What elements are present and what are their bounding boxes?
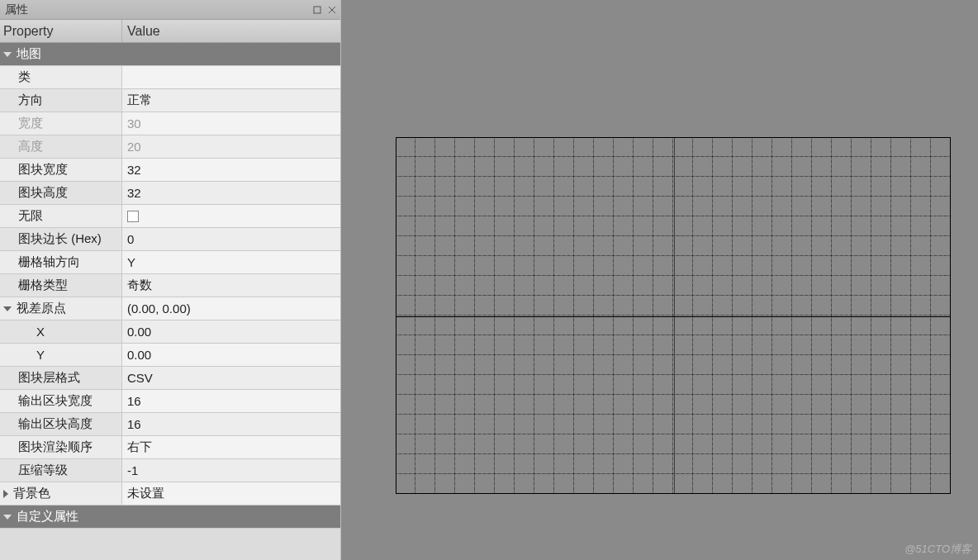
value-width: 30 <box>127 116 141 131</box>
checkbox-infinite[interactable] <box>127 211 139 222</box>
row-width: 宽度 30 <box>0 112 340 135</box>
row-parallax-origin[interactable]: 视差原点 (0.00, 0.00) <box>0 297 340 320</box>
panel-title: 属性 <box>5 2 28 17</box>
section-custom-label: 自定义属性 <box>17 509 78 524</box>
value-tile-width[interactable]: 32 <box>127 163 141 177</box>
label-tile-width: 图块宽度 <box>18 162 68 178</box>
row-layer-format[interactable]: 图块层格式 CSV <box>0 367 340 390</box>
panel-pop-out-icon[interactable] <box>312 5 322 15</box>
grid-dash-overlay <box>396 138 950 493</box>
value-chunk-height[interactable]: 16 <box>127 417 141 431</box>
label-bgcolor: 背景色 <box>13 486 50 501</box>
properties-panel: 属性 Property Value 地图 类 方向 <box>0 0 341 560</box>
properties-column-headers: Property Value <box>0 20 340 43</box>
section-map[interactable]: 地图 <box>0 43 340 66</box>
watermark: @51CTO博客 <box>904 542 971 557</box>
label-orientation: 方向 <box>18 93 43 108</box>
value-height: 20 <box>127 140 141 154</box>
value-compression[interactable]: -1 <box>127 463 138 477</box>
value-chunk-width[interactable]: 16 <box>127 394 141 408</box>
value-render-order[interactable]: 右下 <box>127 439 152 455</box>
row-stagger-axis[interactable]: 栅格轴方向 Y <box>0 251 340 274</box>
row-hex-side[interactable]: 图块边长 (Hex) 0 <box>0 228 340 251</box>
row-chunk-height[interactable]: 输出区块高度 16 <box>0 413 340 436</box>
label-parallax-origin: 视差原点 <box>17 301 66 316</box>
row-stagger-index[interactable]: 栅格类型 奇数 <box>0 274 340 297</box>
properties-rows: 地图 类 方向 正常 宽度 30 高度 20 图块宽度 32 图块高度 32 <box>0 43 340 560</box>
row-infinite[interactable]: 无限 <box>0 205 340 228</box>
value-bgcolor[interactable]: 未设置 <box>127 486 164 501</box>
label-chunk-height: 输出区块高度 <box>18 416 93 432</box>
label-height: 高度 <box>18 139 43 154</box>
label-layer-format: 图块层格式 <box>18 370 80 386</box>
value-stagger-index[interactable]: 奇数 <box>127 278 152 293</box>
value-parallax-x[interactable]: 0.00 <box>127 325 151 339</box>
row-chunk-width[interactable]: 输出区块宽度 16 <box>0 390 340 413</box>
section-map-label: 地图 <box>17 46 41 62</box>
svg-rect-0 <box>314 7 320 13</box>
row-parallax-y[interactable]: Y 0.00 <box>0 344 340 367</box>
label-infinite: 无限 <box>18 208 43 224</box>
label-stagger-axis: 栅格轴方向 <box>18 254 80 270</box>
tile-grid[interactable] <box>396 137 951 494</box>
row-orientation[interactable]: 方向 正常 <box>0 89 340 112</box>
value-hex-side[interactable]: 0 <box>127 232 134 246</box>
value-parallax-origin[interactable]: (0.00, 0.00) <box>127 301 191 316</box>
map-canvas[interactable]: @51CTO博客 <box>341 0 978 560</box>
label-tile-height: 图块高度 <box>18 185 68 201</box>
label-parallax-x: X <box>36 325 45 339</box>
value-layer-format[interactable]: CSV <box>127 371 153 385</box>
chevron-right-icon <box>3 490 8 498</box>
row-tile-height[interactable]: 图块高度 32 <box>0 182 340 205</box>
value-tile-height[interactable]: 32 <box>127 186 141 200</box>
label-render-order: 图块渲染顺序 <box>18 439 93 455</box>
panel-titlebar[interactable]: 属性 <box>0 0 340 20</box>
label-class: 类 <box>18 69 31 85</box>
row-compression[interactable]: 压缩等级 -1 <box>0 459 340 482</box>
label-width: 宽度 <box>18 116 43 131</box>
value-orientation[interactable]: 正常 <box>127 93 152 108</box>
section-custom[interactable]: 自定义属性 <box>0 505 340 529</box>
row-parallax-x[interactable]: X 0.00 <box>0 320 340 344</box>
panel-close-icon[interactable] <box>327 5 337 15</box>
chevron-down-icon <box>3 52 12 57</box>
label-chunk-width: 输出区块宽度 <box>18 393 93 409</box>
column-header-property[interactable]: Property <box>0 20 122 42</box>
column-header-value[interactable]: Value <box>122 24 340 39</box>
label-stagger-index: 栅格类型 <box>18 278 68 293</box>
label-parallax-y: Y <box>36 348 45 362</box>
row-render-order[interactable]: 图块渲染顺序 右下 <box>0 436 340 459</box>
row-class[interactable]: 类 <box>0 66 340 89</box>
label-hex-side: 图块边长 (Hex) <box>18 231 102 247</box>
label-compression: 压缩等级 <box>18 463 68 478</box>
row-bgcolor[interactable]: 背景色 未设置 <box>0 482 340 505</box>
chevron-down-icon <box>3 515 12 520</box>
chevron-down-icon <box>3 306 12 311</box>
value-stagger-axis[interactable]: Y <box>127 255 135 269</box>
row-height: 高度 20 <box>0 135 340 159</box>
value-parallax-y[interactable]: 0.00 <box>127 348 151 362</box>
row-tile-width[interactable]: 图块宽度 32 <box>0 159 340 182</box>
